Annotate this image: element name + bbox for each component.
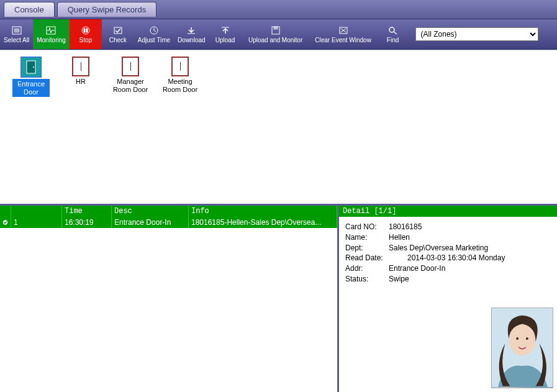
svg-rect-9 — [274, 27, 278, 29]
stop-button[interactable]: Stop — [70, 19, 102, 49]
check-button[interactable]: Check — [102, 19, 134, 49]
svg-point-11 — [389, 27, 394, 32]
detail-name-value: Hellen — [389, 232, 410, 243]
door-label: Manager Room Door — [112, 78, 149, 93]
row-desc: Entrance Door-In — [112, 217, 189, 228]
stop-label: Stop — [79, 37, 93, 43]
detail-card-label: Card NO: — [345, 222, 389, 232]
events-header: Time Desc Info — [0, 206, 337, 217]
door-meeting-room[interactable]: Meeting Room Door — [161, 57, 199, 93]
clock-icon — [148, 25, 160, 35]
adjust-time-label: Adjust Time — [138, 37, 170, 43]
select-all-label: Select All — [4, 37, 29, 43]
tab-console[interactable]: Console — [4, 2, 55, 17]
check-icon — [112, 25, 124, 35]
person-photo — [491, 308, 553, 388]
detail-status-value: Swipe — [389, 274, 409, 285]
svg-point-3 — [82, 27, 89, 34]
events-pane: Time Desc Info 1 16:30:19 Entrance Door-… — [0, 206, 339, 392]
upload-icon — [220, 25, 231, 35]
svg-point-17 — [516, 337, 519, 340]
col-desc[interactable]: Desc — [112, 206, 189, 217]
upload-monitor-label: Upload and Monitor — [248, 37, 302, 43]
svg-point-13 — [33, 66, 34, 68]
check-label: Check — [109, 37, 127, 43]
select-all-button[interactable]: Select All — [0, 19, 33, 49]
detail-addr-label: Addr: — [345, 263, 389, 274]
clear-event-window-button[interactable]: Clear Event Window — [310, 19, 377, 49]
col-check — [0, 206, 11, 217]
svg-rect-5 — [86, 29, 88, 32]
detail-name-label: Name: — [345, 232, 389, 243]
door-label: HR — [76, 78, 86, 86]
zone-select[interactable]: (All Zones) — [415, 27, 538, 41]
event-row[interactable]: 1 16:30:19 Entrance Door-In 18016185-Hel… — [0, 217, 337, 228]
monitoring-button[interactable]: Monitoring — [33, 19, 70, 49]
top-tabs-bar: Console Query Swipe Records — [0, 0, 557, 19]
detail-header: Detail [1/1] — [339, 206, 557, 217]
detail-addr-value: Entrance Door-In — [389, 263, 445, 274]
door-grid: Entrance Door HR Manager Room Door Meeti… — [0, 50, 557, 204]
select-all-icon — [11, 25, 22, 35]
col-num — [11, 206, 62, 217]
detail-dept-label: Dept: — [345, 243, 389, 253]
upload-and-monitor-button[interactable]: Upload and Monitor — [242, 19, 310, 49]
find-label: Find — [387, 37, 399, 43]
stop-icon — [80, 25, 91, 35]
door-hr[interactable]: HR — [62, 57, 99, 86]
adjust-time-button[interactable]: Adjust Time — [134, 19, 174, 49]
download-label: Download — [178, 37, 205, 43]
row-num: 1 — [11, 217, 62, 228]
download-icon — [186, 25, 197, 35]
door-manager-room[interactable]: Manager Room Door — [112, 57, 149, 93]
svg-rect-1 — [14, 29, 19, 32]
col-info[interactable]: Info — [189, 206, 337, 217]
search-icon — [387, 25, 399, 35]
door-label: Meeting Room Door — [161, 78, 199, 93]
svg-point-18 — [526, 337, 528, 340]
door-icon — [171, 57, 189, 76]
bottom-split: Time Desc Info 1 16:30:19 Entrance Door-… — [0, 204, 557, 392]
door-icon — [20, 57, 42, 78]
door-icon — [122, 57, 139, 76]
monitoring-icon — [45, 25, 57, 35]
row-info: 18016185-Hellen-Sales Dep\Oversea... — [189, 217, 337, 228]
events-body-empty — [0, 228, 337, 392]
monitoring-label: Monitoring — [37, 37, 66, 43]
door-label: Entrance Door — [12, 79, 50, 97]
door-icon — [72, 57, 89, 76]
detail-dept-value: Sales Dep\Oversea Marketing — [389, 243, 488, 253]
svg-rect-6 — [114, 27, 122, 34]
zone-filter: (All Zones) — [412, 19, 542, 49]
row-time: 16:30:19 — [62, 217, 112, 228]
find-button[interactable]: Find — [377, 19, 409, 49]
detail-readdate-value: 2014-03-03 16:30:04 Monday — [407, 253, 505, 263]
detail-readdate-label: Read Date: — [345, 253, 389, 263]
clear-icon — [338, 25, 349, 35]
save-icon — [270, 25, 281, 35]
upload-button[interactable]: Upload — [209, 19, 242, 49]
tab-query-swipe-records[interactable]: Query Swipe Records — [57, 2, 156, 17]
toolbar: Select All Monitoring Stop Check Adjust … — [0, 19, 557, 50]
door-entrance[interactable]: Entrance Door — [12, 57, 50, 97]
col-time[interactable]: Time — [62, 206, 112, 217]
svg-rect-4 — [84, 29, 85, 32]
detail-pane: Detail [1/1] Card NO:18016185 Name:Helle… — [339, 206, 557, 392]
row-check-icon — [0, 217, 11, 228]
upload-label: Upload — [215, 37, 235, 43]
download-button[interactable]: Download — [174, 19, 209, 49]
detail-status-label: Status: — [345, 274, 389, 285]
detail-card-value: 18016185 — [389, 222, 422, 232]
clear-event-label: Clear Event Window — [315, 37, 371, 43]
